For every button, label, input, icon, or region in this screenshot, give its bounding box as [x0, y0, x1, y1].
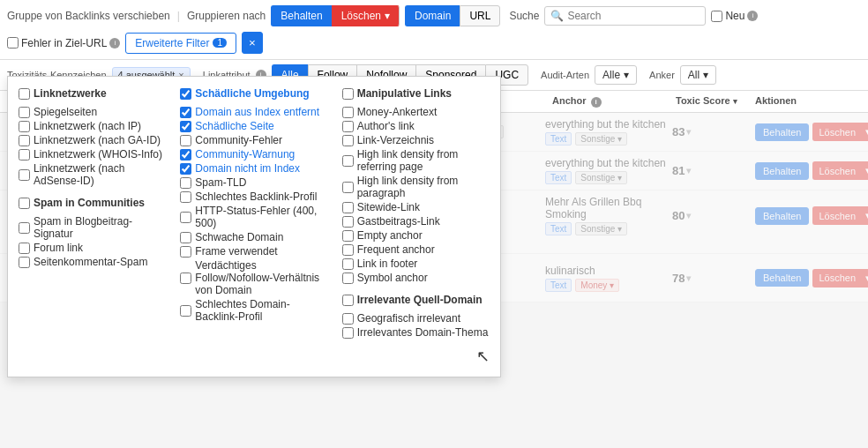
col1-item-checkbox[interactable] [19, 121, 30, 132]
col2-item[interactable]: Frame verwendet [180, 244, 327, 258]
col3-item-checkbox[interactable] [342, 121, 354, 132]
col2-item[interactable]: Schädliche Seite [180, 119, 327, 133]
neu-info-icon[interactable]: i [747, 11, 758, 21]
fehler-info-icon[interactable]: i [109, 38, 120, 49]
delete-row-dropdown[interactable]: ▾ [861, 161, 868, 180]
delete-row-button[interactable]: Löschen [812, 269, 861, 287]
col2-item-checkbox[interactable] [180, 273, 191, 284]
col2-item[interactable]: Schwache Domain [180, 230, 327, 244]
col2-item[interactable]: Community-Fehler [180, 133, 327, 147]
fehler-checkbox[interactable] [7, 37, 19, 49]
tag-text[interactable]: Text [545, 171, 572, 184]
tag-sonstige[interactable]: Sonstige ▾ [575, 222, 627, 235]
col2-item-checkbox[interactable] [180, 177, 191, 189]
keep-row-button[interactable]: Behalten [755, 162, 809, 180]
col2-item[interactable]: Verdächtiges Follow/Nofollow-Verhältnis … [180, 258, 327, 297]
col1-item[interactable]: Linknetzwerk (WHOIS-Info) [19, 147, 166, 161]
col3-item-checkbox[interactable] [342, 244, 354, 256]
col2-item-checkbox[interactable] [180, 163, 191, 175]
col2-item-checkbox[interactable] [180, 246, 191, 258]
tag-money[interactable]: Money ▾ [575, 279, 619, 292]
url-tab[interactable]: URL [460, 5, 500, 26]
delete-row-button[interactable]: Löschen [812, 123, 861, 141]
tag-sonstige[interactable]: Sonstige ▾ [575, 132, 627, 146]
col1-item-checkbox[interactable] [19, 169, 30, 181]
col3-item-checkbox[interactable] [342, 135, 354, 146]
col2-item[interactable]: Schlechtes Backlink-Profil [180, 190, 327, 204]
col2-item[interactable]: Domain aus Index entfernt [180, 105, 327, 119]
anchor-info-icon[interactable]: i [591, 97, 602, 108]
delete-row-dropdown[interactable]: ▾ [861, 206, 868, 225]
col3-item[interactable]: Empty anchor [342, 228, 490, 243]
audit-dropdown[interactable]: Alle ▾ [595, 65, 637, 85]
spam-communities-checkbox[interactable] [19, 198, 30, 209]
col3-item-checkbox[interactable] [342, 273, 354, 284]
spam-item[interactable]: Spam in Blogbeitrag-Signatur [19, 214, 166, 241]
col3-item[interactable]: High link density from paragraph [342, 174, 490, 200]
col3-item[interactable]: Author's link [342, 119, 490, 133]
keep-button[interactable]: Behalten [271, 5, 331, 26]
col2-item-checkbox[interactable] [180, 232, 191, 243]
col3-item-checkbox[interactable] [342, 107, 354, 118]
col3-item[interactable]: Link-Verzeichnis [342, 133, 490, 147]
col2-item[interactable]: Schlechtes Domain-Backlink-Profil [180, 297, 327, 302]
col3-item-checkbox[interactable] [342, 258, 354, 270]
col2-item-checkbox[interactable] [180, 191, 191, 203]
tag-sonstige[interactable]: Sonstige ▾ [575, 171, 627, 184]
col3-item-checkbox[interactable] [342, 202, 354, 213]
spam-item[interactable]: Seitenkommentar-Spam [19, 255, 166, 269]
col1-item-checkbox[interactable] [19, 107, 30, 118]
close-filter-button[interactable]: × [242, 32, 263, 54]
col3-item[interactable]: Sitewide-Link [342, 200, 490, 214]
col2-item-checkbox[interactable] [180, 107, 191, 118]
col1-item[interactable]: Linknetzwerk (nach GA-ID) [19, 133, 166, 147]
schaedliche-checkbox[interactable] [180, 88, 191, 100]
keep-row-button[interactable]: Behalten [755, 207, 809, 225]
search-input[interactable] [567, 10, 700, 22]
col3-item[interactable]: High link density from referring page [342, 147, 490, 174]
spam-item[interactable]: Forum link [19, 241, 166, 255]
manipulative-checkbox[interactable] [342, 88, 354, 100]
linknetzwerke-checkbox[interactable] [19, 88, 30, 100]
fehler-checkbox-label[interactable]: Fehler in Ziel-URL i [7, 37, 120, 49]
col3-item-checkbox[interactable] [342, 182, 354, 193]
domain-tab[interactable]: Domain [405, 5, 460, 26]
col2-item[interactable]: HTTP-Status-Fehler (400, 500) [180, 204, 327, 230]
delete-row-dropdown[interactable]: ▾ [861, 123, 868, 141]
anker-dropdown[interactable]: All ▾ [680, 65, 716, 85]
col3-item-checkbox[interactable] [342, 230, 354, 242]
spam-item-checkbox[interactable] [19, 257, 30, 268]
tag-text[interactable]: Text [545, 132, 572, 146]
col2-item[interactable]: Spam-TLD [180, 175, 327, 190]
spam-item-checkbox[interactable] [19, 243, 30, 254]
col3-item[interactable]: Link in footer [342, 257, 490, 271]
col1-item-checkbox[interactable] [19, 149, 30, 161]
col3-item[interactable]: Gastbeitrags-Link [342, 214, 490, 228]
neu-checkbox[interactable] [711, 11, 722, 22]
col1-item[interactable]: Linknetzwerk (nach AdSense-ID) [19, 161, 166, 188]
col3-item-checkbox[interactable] [342, 155, 354, 167]
col3-item-checkbox[interactable] [342, 216, 354, 228]
toxic-sort-icon[interactable]: ▾ [733, 97, 737, 106]
col3-item[interactable]: Frequent anchor [342, 243, 490, 257]
col2-item[interactable]: Community-Warnung [180, 147, 327, 161]
col3-item[interactable]: Money-Ankertext [342, 105, 490, 119]
col2-item-checkbox[interactable] [180, 212, 191, 223]
col1-item-checkbox[interactable] [19, 135, 30, 146]
col1-item[interactable]: Linknetzwerk (nach IP) [19, 119, 166, 133]
advanced-filter-button[interactable]: Erweiterte Filter 1 [125, 33, 236, 54]
delete-row-button[interactable]: Löschen [812, 161, 861, 180]
spam-item-checkbox[interactable] [19, 222, 30, 234]
keep-row-button[interactable]: Behalten [755, 269, 809, 287]
search-box[interactable]: 🔍 [544, 6, 706, 26]
irrelevante-checkbox[interactable] [342, 295, 354, 303]
col2-item-checkbox[interactable] [180, 135, 191, 146]
col3-item[interactable]: Symbol anchor [342, 271, 490, 285]
col2-item-checkbox[interactable] [180, 121, 191, 132]
tag-text[interactable]: Text [545, 222, 572, 235]
delete-row-dropdown[interactable]: ▾ [861, 269, 868, 287]
col2-item[interactable]: Domain nicht im Index [180, 161, 327, 175]
tag-text[interactable]: Text [545, 279, 572, 292]
delete-button[interactable]: Löschen ▾ [332, 5, 400, 26]
keep-row-button[interactable]: Behalten [755, 123, 809, 141]
